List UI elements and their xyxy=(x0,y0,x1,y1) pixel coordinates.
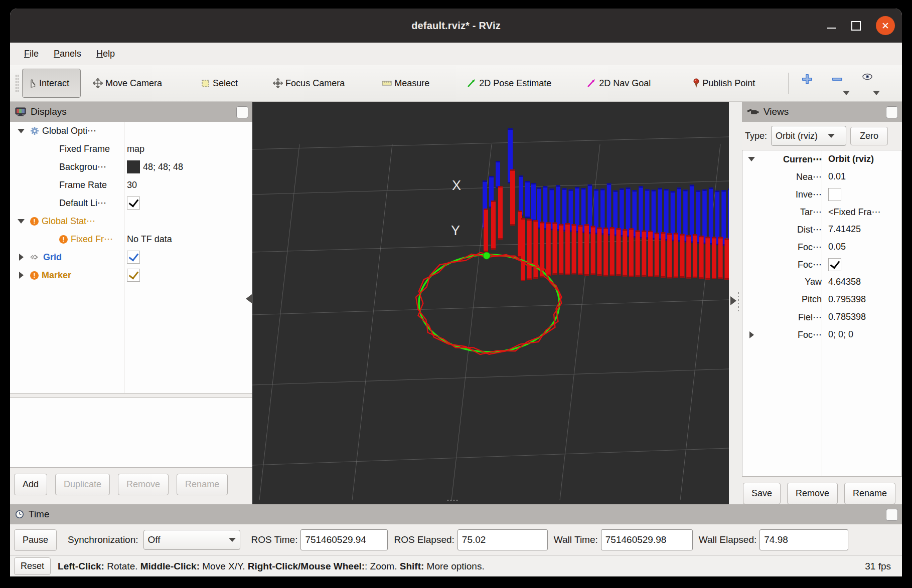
zero-button[interactable]: Zero xyxy=(850,127,888,145)
tool-interact[interactable]: Interact xyxy=(22,69,81,98)
marker-bar-cap xyxy=(565,223,570,225)
tool-measure[interactable]: Measure xyxy=(379,69,432,97)
tree-row-value[interactable]: 30 xyxy=(127,180,137,190)
tree-row-global-opti-[interactable]: Global Opti⋯ xyxy=(10,122,252,140)
collapse-icon[interactable] xyxy=(18,129,25,133)
tree-row-default-li-[interactable]: Default Li⋯ xyxy=(10,194,252,212)
marker-bar xyxy=(718,237,723,279)
close-icon[interactable]: ✕ xyxy=(876,16,895,35)
remove-tool-button[interactable] xyxy=(829,70,846,96)
tree-row-yaw[interactable]: Yaw4.64358 xyxy=(742,273,901,291)
collapse-left-panel-icon[interactable] xyxy=(246,294,252,303)
menu-item-file[interactable]: File xyxy=(24,49,39,59)
scene-canvas[interactable]: XY xyxy=(252,102,729,504)
tree-row-tar-[interactable]: Tar⋯<Fixed Fra⋯ xyxy=(742,203,901,221)
checkbox[interactable] xyxy=(127,197,140,210)
tool-visibility-button[interactable] xyxy=(859,70,876,96)
tool-2d-pose-estimate[interactable]: 2D Pose Estimate xyxy=(464,69,554,97)
displays-panel-header[interactable]: Displays xyxy=(10,102,252,122)
time-panel-header[interactable]: Time xyxy=(10,504,902,524)
tool-label: Measure xyxy=(394,78,429,89)
sync-dropdown[interactable]: Off xyxy=(143,530,240,550)
displays-add-button[interactable]: Add xyxy=(14,474,47,495)
views-panel-header[interactable]: Views xyxy=(742,102,902,122)
remove-tool-caret-icon[interactable] xyxy=(843,91,850,95)
view-type-dropdown[interactable]: Orbit (rviz) xyxy=(771,126,846,146)
splitter-handle[interactable] xyxy=(737,291,739,313)
tool-2d-nav-goal[interactable]: 2D Nav Goal xyxy=(583,69,654,97)
reset-button[interactable]: Reset xyxy=(14,557,51,575)
tree-row-dist-[interactable]: Dist⋯7.41425 xyxy=(742,221,901,238)
add-tool-button[interactable] xyxy=(799,70,816,96)
tree-row-marker[interactable]: !Marker xyxy=(10,266,252,284)
tree-row-value[interactable]: 0.05 xyxy=(828,242,846,252)
tree-row-curren-[interactable]: Curren⋯Orbit (rviz) xyxy=(742,150,901,168)
expand-icon[interactable] xyxy=(19,254,24,261)
tool-select[interactable]: Select xyxy=(198,69,241,97)
tree-row-fixed-frame[interactable]: Fixed Framemap xyxy=(10,140,252,158)
minimize-icon[interactable] xyxy=(827,28,836,29)
pause-button[interactable]: Pause xyxy=(14,529,57,551)
time-dock-button[interactable] xyxy=(886,509,898,521)
tree-row-fixed-fr-[interactable]: !Fixed Fr⋯No TF data xyxy=(10,230,252,248)
expand-icon[interactable] xyxy=(19,272,24,279)
checkbox[interactable] xyxy=(828,188,841,201)
viewport-background[interactable] xyxy=(252,102,729,504)
tree-row-value[interactable]: Orbit (rviz) xyxy=(828,154,874,164)
tree-row-label: Inve⋯ xyxy=(796,189,822,200)
tree-row-global-stat-[interactable]: !Global Stat⋯ xyxy=(10,212,252,230)
checkbox[interactable] xyxy=(127,269,140,282)
collapse-icon[interactable] xyxy=(748,157,755,161)
marker-bar-cap xyxy=(658,188,662,189)
marker-bar-cap xyxy=(693,234,697,236)
toolbar-drag-handle[interactable] xyxy=(15,74,19,92)
tree-row-pitch[interactable]: Pitch0.795398 xyxy=(742,291,901,308)
views-save-button[interactable]: Save xyxy=(743,483,781,504)
collapse-icon[interactable] xyxy=(18,219,25,224)
tree-row-value[interactable]: map xyxy=(127,144,144,154)
tree-row-value[interactable]: No TF data xyxy=(127,234,172,245)
tree-row-foc-[interactable]: Foc⋯0; 0; 0 xyxy=(742,326,901,343)
right-splitter[interactable] xyxy=(729,102,742,504)
views-remove-button[interactable]: Remove xyxy=(787,483,838,504)
checkbox[interactable] xyxy=(828,258,841,271)
tree-row-value[interactable]: 0; 0; 0 xyxy=(828,329,853,340)
time-field-value[interactable]: 75.02 xyxy=(458,529,548,550)
tool-focus-camera[interactable]: Focus Camera xyxy=(270,69,348,97)
views-dock-button[interactable] xyxy=(886,106,898,118)
tree-row-fiel-[interactable]: Fiel⋯0.785398 xyxy=(742,308,901,326)
tree-row-value[interactable]: <Fixed Fra⋯ xyxy=(828,207,881,218)
time-field-value[interactable]: 751460529.94 xyxy=(300,529,388,550)
rviz-window: default.rviz* - RViz ✕ FilePanelsHelp In… xyxy=(10,9,902,576)
time-field-value[interactable]: 74.98 xyxy=(759,529,848,550)
tree-row-value[interactable]: 4.64358 xyxy=(828,277,861,287)
tree-row-nea-[interactable]: Nea⋯0.01 xyxy=(742,168,901,185)
maximize-icon[interactable] xyxy=(851,21,861,31)
tree-row-foc-[interactable]: Foc⋯ xyxy=(742,256,901,273)
tool-move-camera[interactable]: Move Camera xyxy=(90,69,165,97)
tree-row-value[interactable]: 0.785398 xyxy=(828,312,866,322)
tree-row-grid[interactable]: Grid xyxy=(10,248,252,266)
tree-row-backgrou-[interactable]: Backgrou⋯48; 48; 48 xyxy=(10,158,252,176)
collapse-right-panel-icon[interactable] xyxy=(730,296,736,305)
menu-item-help[interactable]: Help xyxy=(96,49,115,59)
views-rename-button[interactable]: Rename xyxy=(844,483,895,504)
views-tree: Curren⋯Orbit (rviz)Nea⋯0.01Inve⋯Tar⋯<Fix… xyxy=(742,150,902,477)
tree-row-value[interactable]: 48; 48; 48 xyxy=(143,162,183,172)
tree-row-value[interactable]: 0.795398 xyxy=(828,294,866,305)
tree-row-foc-[interactable]: Foc⋯0.05 xyxy=(742,238,901,256)
tree-row-inve-[interactable]: Inve⋯ xyxy=(742,185,901,203)
marker-bar-cap xyxy=(559,224,563,226)
expand-icon[interactable] xyxy=(749,331,754,338)
tree-row-value[interactable]: 0.01 xyxy=(828,171,846,182)
time-field-value[interactable]: 751460529.98 xyxy=(601,529,693,550)
menu-item-panels[interactable]: Panels xyxy=(54,49,81,59)
color-swatch[interactable] xyxy=(127,160,140,173)
tool-publish-point[interactable]: Publish Point xyxy=(690,69,758,97)
tree-row-frame-rate[interactable]: Frame Rate30 xyxy=(10,176,252,194)
tool-visibility-caret-icon[interactable] xyxy=(873,91,880,95)
displays-dock-button[interactable] xyxy=(236,106,248,118)
tree-row-value[interactable]: 7.41425 xyxy=(828,224,861,235)
render-viewport[interactable]: XY xyxy=(252,102,729,504)
checkbox[interactable] xyxy=(127,251,140,264)
